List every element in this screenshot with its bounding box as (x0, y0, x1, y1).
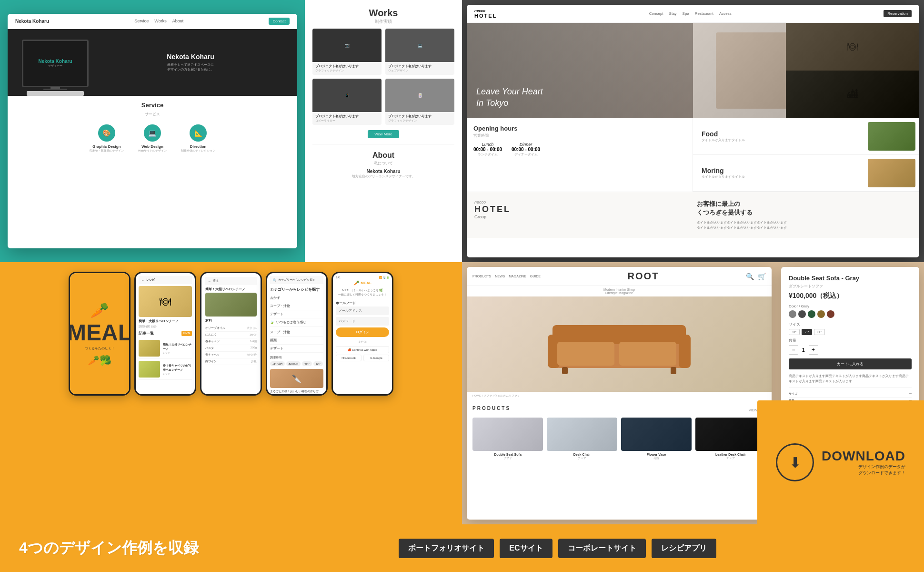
food-item-1: Food タイトルが入りますタイトル (693, 118, 919, 155)
login-subtitle: ホールフード (336, 301, 389, 306)
root-nav-links-left: PRODUCTS NEWS MAGAZINE GUIDE (472, 275, 541, 278)
color-brown[interactable] (817, 310, 825, 318)
recipe-list-item-2[interactable]: 春！春キャベツのビリ辛ペロンチーノ レシピ (139, 359, 192, 380)
cat-dessert[interactable]: デザート (270, 310, 323, 318)
tag-recipe[interactable]: レシピアプリ (652, 539, 716, 558)
detail-product-name: Double Seat Sofa - Gray (789, 275, 912, 282)
facebook-login-btn[interactable]: f Facebook (336, 355, 362, 361)
cat-other[interactable]: 🍃 いつもとは違う感じ (270, 318, 323, 327)
size-label: サイズ (789, 322, 912, 327)
work-card-1[interactable]: 📷 プロジェクト名がはいります グラフィックデザイン (312, 29, 382, 75)
recipe-list-item-1[interactable]: 簡単！大根リペロンチーノ レシピ (139, 338, 192, 359)
search-result-image: 🔪 (270, 369, 323, 388)
add-to-cart-btn[interactable]: カートに入れる (789, 358, 912, 369)
qty-plus[interactable]: + (809, 345, 818, 355)
product-sofa[interactable]: Double Seat Sofa ソファ (472, 418, 543, 460)
products-title: PRODUCTS (472, 406, 511, 411)
qty-minus[interactable]: − (789, 345, 798, 355)
recipe-detail-header: ← 戻る (205, 277, 257, 285)
recipe-title-1: 簡単！大根リペロンチーノ (139, 319, 192, 324)
sofa-image (472, 418, 543, 451)
hotel-dining-image: 🍽 (786, 23, 919, 71)
portfolio-logo: Nekota Koharu (15, 19, 49, 24)
size-2p[interactable]: 2P (802, 329, 813, 335)
qty-selector: − 1 + (789, 345, 912, 355)
size-1p[interactable]: 1P (789, 329, 800, 335)
service-grid: 🎨 Graphic Design 印刷物・販促物のデザイン 💻 Web Desi… (8, 121, 297, 157)
food-name-2: Moring (702, 167, 864, 174)
necco-hotel-info: necco HOTEL Group (474, 200, 689, 230)
view-more-btn[interactable]: View More (368, 130, 399, 138)
product-leather-chair[interactable]: Leather Desk Chair チェア (695, 418, 766, 460)
ingredient-3: 春キャベツ 1/4個 (205, 338, 257, 345)
quad-container: Nekota Koharu Service Works About Contac… (0, 0, 924, 524)
quad-bottom-right: PRODUCTS NEWS MAGAZINE GUIDE ROOT 🔍 🛒 Mo… (462, 262, 924, 524)
tag-ec[interactable]: ECサイト (500, 539, 552, 558)
food-item-2: Moring タイトルが入りますタイトル (693, 155, 919, 192)
color-dark-gray[interactable] (798, 310, 806, 318)
about-section: About 私について Nekota Koharu 地方在住のフリーランスデザイ… (312, 147, 454, 183)
service-subtitle: サービス (8, 112, 297, 117)
tag-corporate[interactable]: コーポレートサイト (558, 539, 646, 558)
nav-service[interactable]: Service (134, 19, 149, 23)
root-ec-mockup: PRODUCTS NEWS MAGAZINE GUIDE ROOT 🔍 🛒 Mo… (467, 267, 772, 520)
size-3p[interactable]: 3P (814, 329, 825, 335)
service-item-direction: 📐 Direction 制作全体のディレクション (181, 124, 215, 153)
download-text: DOWNLOAD デザイン作例のデータがダウンロードできます！ (822, 449, 905, 477)
hotel-hero: Leave Your HeartIn Tokyo 🛋 (467, 23, 919, 118)
product-flower[interactable]: Flower Vase 花瓶 (621, 418, 692, 460)
leather-image (695, 418, 766, 451)
cart-icon[interactable]: 🛒 (758, 273, 766, 280)
products-section: PRODUCTS VIEW ALL › Double Seat Sofa ソファ… (467, 400, 772, 466)
email-field[interactable]: メールアドレス (336, 306, 389, 315)
app-splash-screen: 🥕 MEAL つくるをたのしく！ 🥕🥦 (69, 272, 131, 396)
login-btn[interactable]: ログイン (336, 327, 389, 337)
search-icon[interactable]: 🔍 (746, 273, 754, 280)
color-red-brown[interactable] (827, 310, 834, 318)
hotel-mockup: necco HOTEL Concept Stay Spa Restaurant … (467, 5, 919, 257)
work-card-2[interactable]: 💻 プロジェクト名がはいります ウェブデザイン (385, 29, 454, 75)
nav-about[interactable]: About (172, 19, 184, 23)
bottom-banner: 4つのデザイン作例を収録 ポートフォリオサイト ECサイト コーポレートサイト … (0, 524, 924, 572)
service-item-web: 💻 Web Design Webサイトのデザイン (138, 124, 167, 153)
download-title: DOWNLOAD (822, 449, 905, 464)
reservation-btn[interactable]: Reservation (884, 10, 912, 17)
meal-app-logo: 🥕 MEAL (336, 280, 389, 286)
google-login-btn[interactable]: G Google (363, 355, 389, 361)
hotel-lower-right: お客様に最上のくつろぎを提供する タイトルが入りますタイトルが入りますタイトルが… (697, 200, 912, 230)
download-icon[interactable]: ⬇ (776, 443, 814, 481)
meal-tagline: つくるをたのしく！ (85, 346, 115, 351)
necco-hotel-logo: necco HOTEL Group (474, 200, 689, 219)
detail-price: ¥100,000（税込） (789, 292, 912, 300)
root-nav-icons-right: 🔍 🛒 (746, 273, 766, 280)
hotel-dark-image: 🏙 (786, 71, 919, 118)
recipe-list-title: 記事一覧 NEW (139, 331, 192, 336)
work-card-3[interactable]: 📱 プロジェクト名がはいります コピーライター (312, 79, 382, 125)
tag-portfolio[interactable]: ポートフォリオサイト (399, 539, 494, 558)
work-card-4[interactable]: 🃏 プロジェクト名がはいります グラフィックデザイン (385, 79, 454, 125)
nav-contact-btn[interactable]: Contact (269, 18, 290, 25)
color-swatches (789, 310, 912, 318)
size-options: 1P 2P 3P (789, 329, 912, 335)
ingredients-title: 材料 (205, 318, 257, 323)
apple-login-btn[interactable]: 🍎 Continue with Apple (336, 346, 389, 353)
graphic-design-icon: 🎨 (98, 124, 115, 142)
opening-hours-title: Opening hours (473, 125, 686, 132)
quad-bottom-left: 🥕 MEAL つくるをたのしく！ 🥕🥦 ← レシピ 🍽 (0, 262, 462, 524)
portfolio-mockup: Nekota Koharu Service Works About Contac… (8, 14, 297, 248)
ingredient-1: オリーブオイル 大さじ1 (205, 325, 257, 332)
color-gray[interactable] (789, 310, 796, 318)
hotel-desc: タイトルが入りますタイトルが入りますタイトルが入ります タイトルが入りますタイト… (697, 220, 912, 230)
qty-value: 1 (802, 347, 805, 353)
color-green[interactable] (808, 310, 815, 318)
cat-obanzai[interactable]: おかず (270, 294, 323, 302)
svg-rect-7 (671, 367, 676, 374)
nav-works[interactable]: Works (154, 19, 166, 23)
password-field[interactable]: パスワード (336, 317, 389, 326)
product-desk-chair[interactable]: Desk Chair チェア (547, 418, 617, 460)
works-grid: 📷 プロジェクト名がはいります グラフィックデザイン 💻 プロ (312, 29, 454, 125)
cat-soup[interactable]: スープ・汁物 (270, 302, 323, 310)
works-panel: Works 制作実績 📷 プロジェクト名がはいります グラフィックデザイン (305, 0, 462, 262)
works-title-area: Works 制作実績 (312, 8, 454, 29)
food-image-2 (868, 159, 915, 187)
